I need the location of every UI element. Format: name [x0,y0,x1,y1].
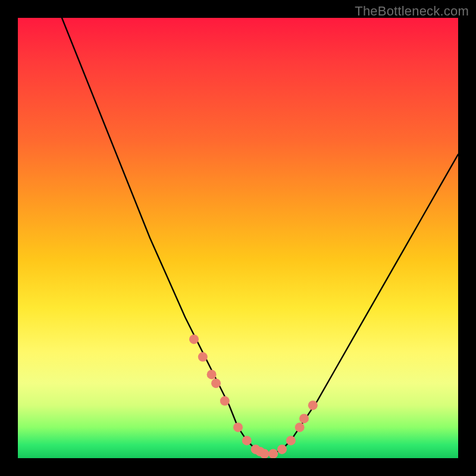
chart-gradient-background [18,18,458,458]
watermark-text: TheBottleneck.com [355,4,469,19]
chart-frame [18,18,458,458]
